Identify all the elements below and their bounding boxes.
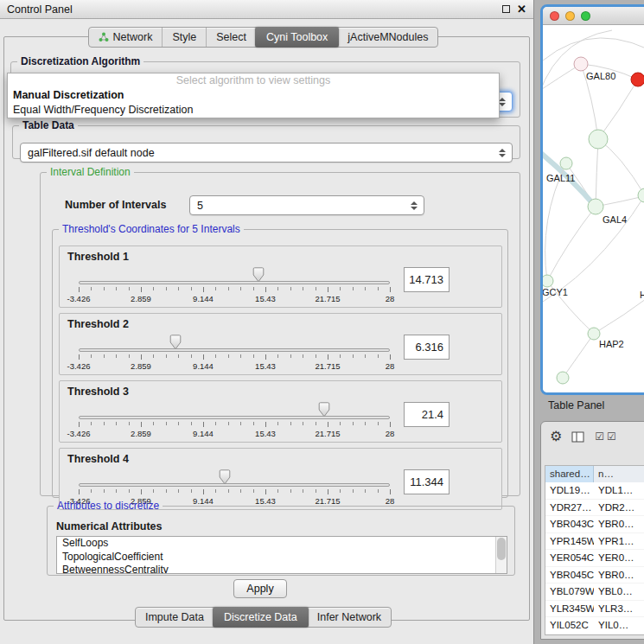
threshold-slider[interactable]: -3.4262.8599.14415.4321.71528 (79, 246, 390, 309)
network-node[interactable] (589, 130, 608, 149)
table-row[interactable]: YBL079WYBL0… (545, 583, 644, 601)
table-row[interactable]: YER054CYER0… (545, 550, 644, 567)
table-row[interactable]: YIL052CYIL0… (545, 617, 644, 634)
network-node-gcy1[interactable] (543, 275, 553, 287)
checkbox-icon[interactable]: ☑ (595, 431, 604, 442)
threshold-value[interactable]: 11.344 (404, 469, 450, 494)
network-node-gal80[interactable] (574, 57, 588, 71)
numerical-attributes-list[interactable]: SelfLoopsTopologicalCoefficientBetweenne… (56, 536, 507, 574)
column-selector-icon[interactable] (571, 431, 585, 443)
tick-mark (203, 287, 204, 292)
network-titlebar (543, 7, 644, 25)
scrollbar[interactable] (495, 537, 507, 573)
table-row[interactable]: YDL19…YDL1… (545, 482, 644, 500)
slider-thumb[interactable] (252, 267, 265, 283)
tick-mark (228, 354, 229, 358)
popup-item-manual-discretization[interactable]: Manual Discretization (8, 88, 499, 103)
slider-track[interactable] (79, 416, 390, 419)
tick-mark (378, 422, 379, 425)
slider-thumb[interactable] (318, 402, 330, 418)
checkbox-icon[interactable]: ☑ (607, 431, 616, 442)
network-node[interactable] (557, 372, 569, 384)
table-row[interactable]: YLR345WYLR3… (545, 601, 644, 618)
tick-mark (340, 422, 341, 425)
threshold-panel: Threshold 2 -3.4262.8599.14415.4321.7152… (59, 313, 502, 375)
tab-impute-data[interactable]: Impute Data (136, 608, 214, 627)
tick-mark (253, 287, 254, 290)
attribute-item-topologicalcoefficient[interactable]: TopologicalCoefficient (57, 551, 507, 564)
network-edge[interactable] (598, 139, 644, 195)
tick-mark (290, 354, 291, 358)
network-node-gal11[interactable] (560, 157, 572, 169)
tab-style[interactable]: Style (162, 28, 206, 47)
number-of-intervals-label: Number of Intervals (65, 199, 166, 211)
tab-select[interactable]: Select (206, 28, 256, 47)
tick-mark (290, 422, 291, 425)
threshold-slider[interactable]: -3.4262.8599.14415.4321.71528 (79, 381, 390, 443)
tab-discretize-data[interactable]: Discretize Data (213, 607, 309, 628)
tab-jactivemnodules[interactable]: jActiveMNodules (338, 28, 437, 47)
tab-network[interactable]: Network (89, 28, 163, 47)
network-edge[interactable] (598, 80, 638, 139)
thresholds-group-title: Threshold's Coordinates for 5 Intervals (59, 223, 244, 235)
cell-name: YER0… (594, 550, 644, 566)
network-canvas[interactable]: GAL80GAGAL11GAL4GCY1HHAP2 (543, 25, 644, 392)
column-header-shared-name[interactable]: shared… (545, 466, 594, 482)
traffic-light-close-button[interactable] (550, 11, 559, 21)
tick-mark (191, 422, 192, 425)
slider-track[interactable] (79, 483, 390, 487)
attribute-item-betweennesscentrality[interactable]: BetweennessCentrality (57, 564, 507, 574)
number-of-intervals-combo[interactable]: 5 (189, 195, 424, 215)
tick-mark (166, 489, 167, 493)
network-edge[interactable] (563, 334, 594, 378)
network-edge[interactable] (596, 139, 598, 207)
float-window-icon[interactable] (502, 5, 510, 13)
cell-name: YLR3… (594, 601, 644, 617)
tick-mark (129, 354, 130, 358)
tab-label: Infer Network (317, 611, 381, 623)
gear-icon[interactable]: ⚙ (550, 430, 562, 443)
bottom-tabs: Impute DataDiscretize DataInfer Network (135, 607, 392, 628)
tab-cyni-toolbox[interactable]: Cyni Toolbox (255, 27, 339, 48)
network-node-hap2[interactable] (588, 328, 600, 340)
tab-infer-network[interactable]: Infer Network (308, 608, 391, 627)
apply-button[interactable]: Apply (233, 579, 287, 598)
number-of-intervals-value: 5 (190, 200, 407, 212)
network-node-gal4[interactable] (588, 199, 603, 214)
table-row[interactable]: YDR27…YDR2… (545, 500, 644, 517)
traffic-light-minimize-button[interactable] (565, 11, 575, 21)
network-edge[interactable] (594, 295, 644, 334)
network-node[interactable] (638, 188, 644, 202)
tab-label: Discretize Data (224, 611, 297, 623)
slider-thumb[interactable] (219, 469, 231, 485)
threshold-value[interactable]: 14.713 (404, 267, 450, 292)
tick-mark (141, 489, 142, 494)
attribute-item-selfloops[interactable]: SelfLoops (57, 537, 507, 551)
threshold-value[interactable]: 6.316 (404, 335, 450, 360)
dropdown-placeholder-item[interactable]: Select algorithm to view settings (8, 73, 499, 88)
slider-track[interactable] (79, 348, 390, 352)
tick-mark (303, 489, 303, 493)
column-header-name[interactable]: n… (594, 466, 644, 482)
network-edge[interactable] (547, 207, 596, 281)
table-toolbar: ⚙ ☑ ☑ (550, 426, 616, 447)
close-icon[interactable]: ✕ (517, 3, 526, 15)
traffic-light-zoom-button[interactable] (581, 11, 590, 21)
network-node-ga[interactable] (631, 73, 644, 86)
tick-mark (91, 489, 92, 493)
table-data-combo[interactable]: galFiltered.sif default node (20, 143, 513, 163)
tick-mark (191, 287, 192, 290)
threshold-slider[interactable]: -3.4262.8599.14415.4321.71528 (79, 314, 390, 376)
scrollbar-thumb[interactable] (497, 538, 506, 560)
table-row[interactable]: YPR145WYPR1… (545, 533, 644, 551)
threshold-value[interactable]: 21.4 (404, 402, 450, 427)
slider-thumb[interactable] (169, 335, 182, 350)
table-row[interactable]: YBR045CYBR0… (545, 567, 644, 584)
tick-mark (215, 489, 216, 493)
algorithm-dropdown-popup: Select algorithm to view settings Manual… (7, 73, 500, 118)
tick-mark (191, 354, 192, 358)
popup-item-equal-width-frequency-discretization[interactable]: Equal Width/Frequency Discretization (8, 103, 499, 118)
slider-track[interactable] (79, 281, 390, 284)
table-row[interactable]: YBR043CYBR0… (545, 516, 644, 533)
network-edge[interactable] (543, 38, 644, 73)
